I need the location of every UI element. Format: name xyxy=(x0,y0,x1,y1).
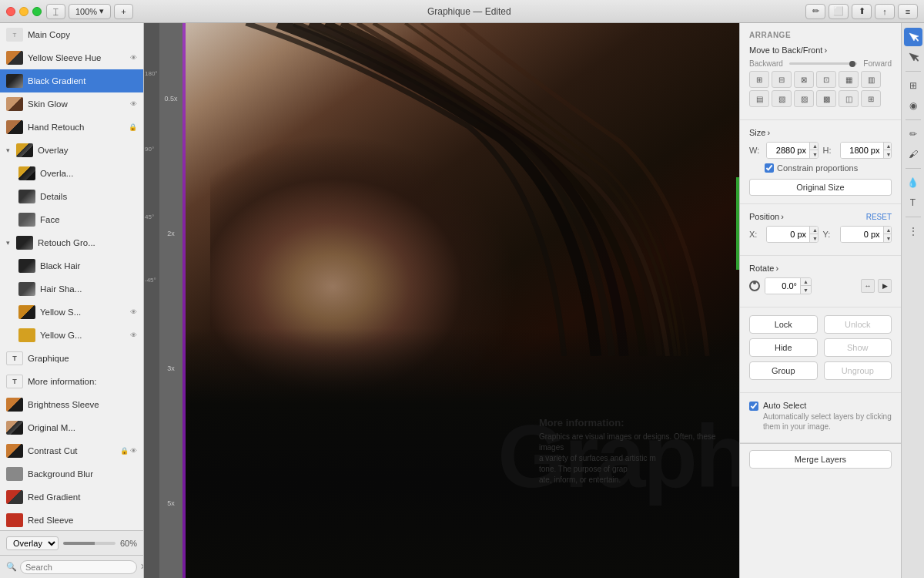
layer-item-yellow-sleeve-hue[interactable]: Yellow Sleeve Hue 👁 xyxy=(0,46,143,69)
align-left-btn[interactable]: ⊞ xyxy=(749,71,769,88)
far-right-arrow-btn[interactable] xyxy=(904,48,922,66)
blend-mode-select[interactable]: Overlay Normal Multiply xyxy=(6,536,59,550)
layer-icons-yellow-sleeve-hue: 👁 xyxy=(130,54,137,62)
arrange-title: ARRANGE xyxy=(749,31,892,39)
rotate-title-row: Rotate › xyxy=(749,264,892,273)
layer-item-details[interactable]: Details xyxy=(0,185,143,208)
sidebar: T Main Copy Yellow Sleeve Hue 👁 Black Gr… xyxy=(0,23,144,578)
x-input[interactable] xyxy=(767,227,809,242)
unlock-button[interactable]: Unlock xyxy=(824,315,892,334)
x-decrement-btn[interactable]: ▼ xyxy=(809,234,819,242)
layer-item-hair-sha[interactable]: Hair Sha... xyxy=(0,277,143,301)
ungroup-button[interactable]: Ungroup xyxy=(824,361,892,380)
layer-item-brightness-sleeve[interactable]: Brightness Sleeve xyxy=(0,393,143,416)
align-center-v-btn[interactable]: ▦ xyxy=(839,71,859,88)
dist-h-btn[interactable]: ▤ xyxy=(749,90,769,107)
rotate-circle[interactable] xyxy=(749,281,760,291)
dist-v-btn[interactable]: ▧ xyxy=(772,90,792,107)
angle-increment-btn[interactable]: ▲ xyxy=(800,278,811,286)
height-input[interactable] xyxy=(841,143,883,158)
layer-item-main-copy[interactable]: T Main Copy xyxy=(0,23,143,46)
pen-tool-btn[interactable]: ✏ xyxy=(805,4,825,19)
layer-item-more-information[interactable]: T More information: xyxy=(0,370,143,393)
maximize-button[interactable] xyxy=(32,7,42,16)
size-dropdown[interactable]: Size › xyxy=(749,128,770,137)
flip-vertical-btn[interactable]: ▶ xyxy=(878,279,892,293)
angle-decrement-btn[interactable]: ▼ xyxy=(800,286,811,294)
move-to-back-front-dropdown[interactable]: Move to Back/Front › xyxy=(749,45,827,55)
layer-item-overlay-sub[interactable]: Overla... xyxy=(0,162,143,185)
y-increment-btn[interactable]: ▲ xyxy=(883,227,892,234)
opacity-slider[interactable] xyxy=(63,542,116,545)
align-right-btn[interactable]: ⊠ xyxy=(794,71,814,88)
auto-select-section: Auto Select Automatically select layers … xyxy=(740,393,901,443)
y-input[interactable] xyxy=(841,227,883,242)
layer-item-black-gradient[interactable]: Black Gradient xyxy=(0,69,143,92)
menu-btn[interactable]: ≡ xyxy=(898,4,918,19)
angle-input[interactable] xyxy=(765,278,800,294)
canvas-info-text: More information: Graphics are visual im… xyxy=(539,417,732,486)
dist-eq-h-btn[interactable]: ▨ xyxy=(794,90,814,107)
layer-item-graphique[interactable]: T Graphique xyxy=(0,347,143,370)
height-decrement-btn[interactable]: ▼ xyxy=(883,150,892,158)
layer-item-overlay-group[interactable]: ▾ Overlay xyxy=(0,139,143,162)
close-button[interactable] xyxy=(6,7,15,16)
layer-item-yellow-s[interactable]: Yellow S... 👁 xyxy=(0,301,143,324)
layer-item-retouch-group[interactable]: ▾ Retouch Gro... xyxy=(0,231,143,254)
search-input[interactable] xyxy=(20,560,137,574)
align-bottom-btn[interactable]: ▥ xyxy=(861,71,881,88)
x-increment-btn[interactable]: ▲ xyxy=(809,227,819,234)
align-top-btn[interactable]: ⊡ xyxy=(816,71,836,88)
layer-item-yellow-g[interactable]: Yellow G... 👁 xyxy=(0,324,143,347)
add-tab-btn[interactable]: + xyxy=(114,4,132,19)
export-btn[interactable]: ⬆ xyxy=(852,4,872,19)
flip-horizontal-btn[interactable]: ↔ xyxy=(861,279,875,293)
height-increment-btn[interactable]: ▲ xyxy=(883,143,892,150)
lock-button[interactable]: Lock xyxy=(749,315,818,334)
info-body-text: Graphics are visual images or designs. O… xyxy=(539,432,732,486)
group-button[interactable]: Group xyxy=(749,361,818,380)
merge-layers-button[interactable]: Merge Layers xyxy=(749,450,892,469)
dist-eq-v-btn[interactable]: ▩ xyxy=(816,90,836,107)
auto-select-checkbox[interactable] xyxy=(749,402,758,411)
select-tool-btn[interactable]: ⬜ xyxy=(829,4,849,19)
rotate-dropdown[interactable]: Rotate › xyxy=(749,264,778,273)
far-right-brush-btn[interactable]: ✏ xyxy=(904,125,922,143)
reset-button[interactable]: RESET xyxy=(866,213,892,221)
far-right-text-btn[interactable]: T xyxy=(904,193,922,212)
layer-item-background-blur[interactable]: Background Blur xyxy=(0,462,143,486)
layer-item-red-gradient[interactable]: Red Gradient xyxy=(0,486,143,509)
layer-item-red-sleeve[interactable]: Red Sleeve xyxy=(0,509,143,530)
layer-item-skin-glow[interactable]: Skin Glow 👁 xyxy=(0,92,143,116)
y-decrement-btn[interactable]: ▼ xyxy=(883,234,892,242)
layer-item-black-hair[interactable]: Black Hair xyxy=(0,254,143,277)
original-size-button[interactable]: Original Size xyxy=(749,179,892,196)
constrain-checkbox[interactable] xyxy=(765,163,774,173)
minimize-button[interactable] xyxy=(19,7,28,16)
layer-item-contrast-cut[interactable]: Contrast Cut 🔒 👁 xyxy=(0,439,143,462)
share-btn[interactable]: ↑ xyxy=(875,4,895,19)
move-to-back-front-row: Move to Back/Front › xyxy=(749,45,892,55)
width-input[interactable] xyxy=(767,143,809,158)
far-right-circle-btn[interactable]: ◉ xyxy=(904,96,922,115)
layer-item-hand-retouch[interactable]: Hand Retouch 🔒 xyxy=(0,116,143,139)
flip-h-btn[interactable]: ◫ xyxy=(839,90,859,107)
width-increment-btn[interactable]: ▲ xyxy=(809,143,819,150)
cursor-tool-btn[interactable]: ⌶ xyxy=(46,4,65,19)
far-right-cursor-btn[interactable] xyxy=(904,28,922,46)
align-center-h-btn[interactable]: ⊟ xyxy=(772,71,792,88)
flip-v-btn[interactable]: ⊞ xyxy=(861,90,881,107)
bf-track[interactable] xyxy=(789,62,857,65)
width-decrement-btn[interactable]: ▼ xyxy=(809,150,819,158)
layer-item-face[interactable]: Face xyxy=(0,208,143,231)
far-right-dots-btn[interactable]: ⋮ xyxy=(904,222,922,240)
far-right-grid-btn[interactable]: ⊞ xyxy=(904,76,922,95)
canvas-viewport[interactable]: Graph More information: Graphics are vis… xyxy=(182,23,739,578)
show-button[interactable]: Show xyxy=(824,338,892,357)
zoom-control[interactable]: 100% ▾ xyxy=(69,4,111,19)
hide-button[interactable]: Hide xyxy=(749,338,818,357)
layer-item-original-m[interactable]: Original M... xyxy=(0,416,143,439)
far-right-paint-btn[interactable]: 🖌 xyxy=(904,145,922,163)
position-dropdown[interactable]: Position › xyxy=(749,212,784,221)
far-right-eyedropper-btn[interactable]: 💧 xyxy=(904,173,922,192)
